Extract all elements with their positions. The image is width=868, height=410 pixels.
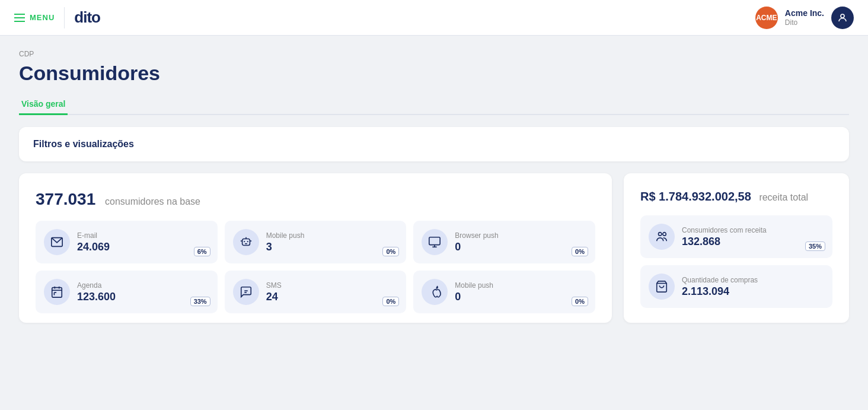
metric-mobile-push-value: 3 bbox=[266, 241, 398, 253]
metric-agenda-badge: 33% bbox=[190, 297, 210, 306]
robot-icon bbox=[233, 229, 259, 255]
metric-agenda-value: 123.600 bbox=[77, 291, 209, 303]
left-stats-card: 377.031 consumidores na base E-mail 24.0… bbox=[19, 173, 612, 323]
metric-consumers-revenue-badge: 35% bbox=[805, 241, 825, 251]
sms-icon bbox=[233, 279, 259, 305]
revenue-value: R$ 1.784.932.002,58 bbox=[640, 190, 751, 203]
people-icon bbox=[649, 224, 675, 250]
consumer-count-headline: 377.031 consumidores na base bbox=[36, 190, 595, 209]
svg-rect-7 bbox=[429, 237, 440, 245]
metric-sms-label: SMS bbox=[266, 281, 398, 290]
metric-purchases-value: 2.113.094 bbox=[682, 285, 824, 298]
metric-email-label: E-mail bbox=[77, 231, 209, 240]
metric-agenda-content: Agenda 123.600 bbox=[77, 281, 209, 303]
menu-label: MENU bbox=[30, 13, 55, 22]
metric-mobile-push-apple-badge: 0% bbox=[572, 297, 588, 306]
metric-agenda-label: Agenda bbox=[77, 281, 209, 290]
metric-sms-content: SMS 24 bbox=[266, 281, 398, 303]
svg-point-19 bbox=[663, 233, 666, 236]
monitor-icon bbox=[422, 229, 448, 255]
metric-consumers-revenue-value: 132.868 bbox=[682, 236, 824, 248]
agenda-icon bbox=[44, 279, 70, 305]
consumer-count: 377.031 bbox=[36, 190, 95, 208]
metric-email-content: E-mail 24.069 bbox=[77, 231, 209, 253]
metric-sms-value: 24 bbox=[266, 291, 398, 303]
apple-icon bbox=[422, 279, 448, 305]
user-name: Acme Inc. bbox=[785, 8, 824, 18]
svg-point-4 bbox=[247, 241, 248, 242]
filter-card-title: Filtros e visualizações bbox=[33, 139, 835, 150]
page-content: CDP Consumidores Visão geral Filtros e v… bbox=[0, 36, 868, 337]
filter-card: Filtros e visualizações bbox=[19, 127, 849, 161]
metric-purchases-label: Quantidade de compras bbox=[682, 276, 824, 284]
metric-email-value: 24.069 bbox=[77, 241, 209, 253]
user-info: Acme Inc. Dito bbox=[785, 8, 824, 28]
svg-point-0 bbox=[841, 14, 844, 18]
svg-point-3 bbox=[244, 241, 245, 242]
breadcrumb: CDP bbox=[19, 50, 849, 58]
right-metrics-grid: Consumidores com receita 132.868 35% Qua… bbox=[640, 215, 832, 308]
consumer-count-sub: consumidores na base bbox=[105, 196, 200, 206]
metric-browser-push-label: Browser push bbox=[455, 231, 587, 240]
metric-consumers-revenue-label: Consumidores com receita bbox=[682, 226, 824, 234]
metric-email: E-mail 24.069 6% bbox=[36, 221, 218, 263]
bag-icon bbox=[649, 274, 675, 300]
revenue-sub: receita total bbox=[759, 192, 808, 202]
svg-rect-2 bbox=[242, 239, 250, 246]
tab-visao-geral[interactable]: Visão geral bbox=[19, 94, 68, 115]
metric-email-badge: 6% bbox=[194, 247, 210, 256]
right-stats-card: R$ 1.784.932.002,58 receita total Consum… bbox=[624, 173, 849, 323]
left-metrics-grid: E-mail 24.069 6% Mobile push 3 0% bbox=[36, 221, 595, 313]
user-sub: Dito bbox=[785, 18, 824, 28]
avatar: ACME bbox=[755, 7, 778, 29]
metric-browser-push-content: Browser push 0 bbox=[455, 231, 587, 253]
extra-icon[interactable] bbox=[831, 7, 854, 29]
metric-mobile-push-apple-content: Mobile push 0 bbox=[455, 281, 587, 303]
header-left: MENU dito bbox=[14, 7, 100, 28]
metric-consumers-revenue-content: Consumidores com receita 132.868 bbox=[682, 226, 824, 248]
svg-point-18 bbox=[659, 233, 662, 236]
metric-browser-push: Browser push 0 0% bbox=[413, 221, 595, 263]
menu-button[interactable]: MENU bbox=[14, 13, 55, 22]
header-divider bbox=[64, 7, 65, 28]
metric-consumers-revenue: Consumidores com receita 132.868 35% bbox=[640, 215, 832, 258]
header-right: ACME Acme Inc. Dito bbox=[755, 7, 854, 29]
metric-sms-badge: 0% bbox=[382, 297, 399, 306]
app-header: MENU dito ACME Acme Inc. Dito bbox=[0, 0, 868, 36]
metric-purchases-content: Quantidade de compras 2.113.094 bbox=[682, 276, 824, 298]
metric-mobile-push-badge: 0% bbox=[382, 247, 399, 256]
metric-purchases: Quantidade de compras 2.113.094 bbox=[640, 265, 832, 308]
page-title: Consumidores bbox=[19, 62, 849, 85]
metric-browser-push-value: 0 bbox=[455, 241, 587, 253]
metric-browser-push-badge: 0% bbox=[572, 247, 588, 256]
metric-mobile-push-apple-value: 0 bbox=[455, 291, 587, 303]
revenue-headline: R$ 1.784.932.002,58 receita total bbox=[640, 190, 832, 204]
hamburger-icon bbox=[14, 14, 25, 22]
tabs-bar: Visão geral bbox=[19, 94, 849, 115]
metric-mobile-push-label: Mobile push bbox=[266, 231, 398, 240]
main-grid: 377.031 consumidores na base E-mail 24.0… bbox=[19, 173, 849, 323]
metric-sms: SMS 24 0% bbox=[225, 271, 407, 313]
logo: dito bbox=[74, 8, 100, 27]
metric-agenda: Agenda 123.600 33% bbox=[36, 271, 218, 313]
metric-mobile-push-apple-label: Mobile push bbox=[455, 281, 587, 290]
svg-rect-10 bbox=[52, 288, 62, 298]
metric-mobile-push-apple: Mobile push 0 0% bbox=[413, 271, 595, 313]
email-icon bbox=[44, 229, 70, 255]
metric-mobile-push: Mobile push 3 0% bbox=[225, 221, 407, 263]
metric-mobile-push-content: Mobile push 3 bbox=[266, 231, 398, 253]
